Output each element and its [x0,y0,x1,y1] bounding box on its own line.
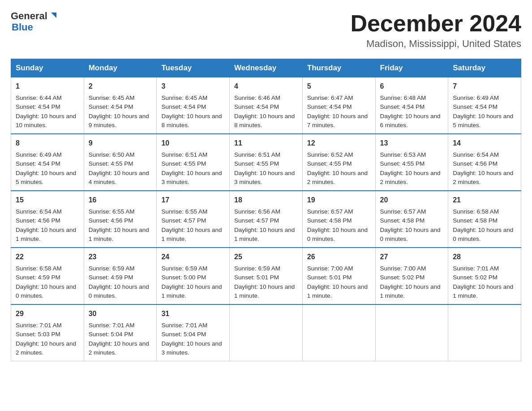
page-header: General Blue December 2024 Madison, Miss… [11,11,521,50]
day-info: Sunrise: 6:55 AMSunset: 4:57 PMDaylight:… [161,208,222,242]
title-section: December 2024 Madison, Mississippi, Unit… [350,11,521,50]
weekday-header-wednesday: Wednesday [230,59,303,77]
day-info: Sunrise: 6:49 AMSunset: 4:54 PMDaylight:… [16,151,76,185]
day-number: 22 [16,252,79,262]
calendar-day-cell: 23Sunrise: 6:59 AMSunset: 4:59 PMDayligh… [84,248,157,304]
day-number: 7 [453,81,516,92]
calendar-day-cell: 25Sunrise: 6:59 AMSunset: 5:01 PMDayligh… [230,248,303,304]
day-number: 20 [380,195,444,206]
calendar-table: SundayMondayTuesdayWednesdayThursdayFrid… [11,59,521,361]
calendar-day-cell [302,304,375,361]
day-number: 14 [453,138,516,149]
day-info: Sunrise: 7:00 AMSunset: 5:01 PMDaylight:… [307,265,368,299]
calendar-day-cell: 15Sunrise: 6:54 AMSunset: 4:56 PMDayligh… [11,191,84,248]
day-info: Sunrise: 6:58 AMSunset: 4:58 PMDaylight:… [453,208,513,242]
day-info: Sunrise: 6:51 AMSunset: 4:55 PMDaylight:… [234,151,295,185]
calendar-day-cell: 17Sunrise: 6:55 AMSunset: 4:57 PMDayligh… [157,191,230,248]
day-info: Sunrise: 6:49 AMSunset: 4:54 PMDaylight:… [453,94,513,128]
svg-marker-0 [51,13,56,18]
day-info: Sunrise: 6:59 AMSunset: 5:00 PMDaylight:… [161,265,222,299]
day-number: 2 [89,81,152,92]
calendar-day-cell [375,304,448,361]
logo-general: General [11,11,47,21]
day-number: 24 [161,252,225,262]
calendar-day-cell: 4Sunrise: 6:46 AMSunset: 4:54 PMDaylight… [230,77,303,134]
day-number: 5 [307,81,371,92]
calendar-week-row: 8Sunrise: 6:49 AMSunset: 4:54 PMDaylight… [11,134,521,191]
day-info: Sunrise: 7:00 AMSunset: 5:02 PMDaylight:… [380,265,441,299]
day-info: Sunrise: 6:51 AMSunset: 4:55 PMDaylight:… [161,151,222,185]
weekday-header-friday: Friday [375,59,448,77]
calendar-day-cell: 11Sunrise: 6:51 AMSunset: 4:55 PMDayligh… [230,134,303,191]
day-number: 23 [89,252,152,262]
day-number: 30 [89,308,152,319]
calendar-day-cell: 2Sunrise: 6:45 AMSunset: 4:54 PMDaylight… [84,77,157,134]
day-number: 16 [89,195,152,206]
calendar-day-cell: 8Sunrise: 6:49 AMSunset: 4:54 PMDaylight… [11,134,84,191]
calendar-day-cell: 30Sunrise: 7:01 AMSunset: 5:04 PMDayligh… [84,304,157,361]
weekday-header-tuesday: Tuesday [157,59,230,77]
calendar-day-cell: 19Sunrise: 6:57 AMSunset: 4:58 PMDayligh… [302,191,375,248]
calendar-day-cell: 28Sunrise: 7:01 AMSunset: 5:02 PMDayligh… [448,248,521,304]
day-info: Sunrise: 6:46 AMSunset: 4:54 PMDaylight:… [234,94,295,128]
day-info: Sunrise: 6:55 AMSunset: 4:56 PMDaylight:… [89,208,149,242]
weekday-header-sunday: Sunday [11,59,84,77]
location-subtitle: Madison, Mississippi, United States [350,38,521,50]
day-number: 21 [453,195,516,206]
day-number: 15 [16,195,79,206]
day-info: Sunrise: 6:47 AMSunset: 4:54 PMDaylight:… [307,94,368,128]
day-info: Sunrise: 6:56 AMSunset: 4:57 PMDaylight:… [234,208,295,242]
day-info: Sunrise: 7:01 AMSunset: 5:02 PMDaylight:… [453,265,513,299]
day-number: 29 [16,308,79,319]
calendar-day-cell: 3Sunrise: 6:45 AMSunset: 4:54 PMDaylight… [157,77,230,134]
calendar-week-row: 22Sunrise: 6:58 AMSunset: 4:59 PMDayligh… [11,248,521,304]
day-number: 1 [16,81,79,92]
day-number: 11 [234,138,298,149]
day-info: Sunrise: 6:57 AMSunset: 4:58 PMDaylight:… [307,208,368,242]
day-number: 6 [380,81,444,92]
day-number: 17 [161,195,225,206]
logo-blue: Blue [12,21,33,33]
weekday-header-thursday: Thursday [302,59,375,77]
day-info: Sunrise: 6:50 AMSunset: 4:55 PMDaylight:… [89,151,149,185]
calendar-day-cell: 9Sunrise: 6:50 AMSunset: 4:55 PMDaylight… [84,134,157,191]
day-info: Sunrise: 6:44 AMSunset: 4:54 PMDaylight:… [16,94,76,128]
calendar-week-row: 15Sunrise: 6:54 AMSunset: 4:56 PMDayligh… [11,191,521,248]
calendar-day-cell: 24Sunrise: 6:59 AMSunset: 5:00 PMDayligh… [157,248,230,304]
calendar-day-cell: 5Sunrise: 6:47 AMSunset: 4:54 PMDaylight… [302,77,375,134]
weekday-header-monday: Monday [84,59,157,77]
calendar-day-cell: 31Sunrise: 7:01 AMSunset: 5:04 PMDayligh… [157,304,230,361]
day-number: 13 [380,138,444,149]
day-info: Sunrise: 6:59 AMSunset: 4:59 PMDaylight:… [89,265,149,299]
day-info: Sunrise: 6:52 AMSunset: 4:55 PMDaylight:… [307,151,368,185]
calendar-day-cell: 18Sunrise: 6:56 AMSunset: 4:57 PMDayligh… [230,191,303,248]
calendar-week-row: 1Sunrise: 6:44 AMSunset: 4:54 PMDaylight… [11,77,521,134]
day-number: 12 [307,138,371,149]
day-number: 4 [234,81,298,92]
calendar-day-cell: 21Sunrise: 6:58 AMSunset: 4:58 PMDayligh… [448,191,521,248]
day-info: Sunrise: 7:01 AMSunset: 5:03 PMDaylight:… [16,322,76,356]
day-number: 10 [161,138,225,149]
day-number: 8 [16,138,79,149]
calendar-day-cell: 27Sunrise: 7:00 AMSunset: 5:02 PMDayligh… [375,248,448,304]
logo-arrow-icon [48,11,58,21]
day-info: Sunrise: 6:45 AMSunset: 4:54 PMDaylight:… [161,94,222,128]
calendar-day-cell: 16Sunrise: 6:55 AMSunset: 4:56 PMDayligh… [84,191,157,248]
calendar-day-cell: 14Sunrise: 6:54 AMSunset: 4:56 PMDayligh… [448,134,521,191]
day-number: 25 [234,252,298,262]
day-number: 9 [89,138,152,149]
calendar-day-cell: 10Sunrise: 6:51 AMSunset: 4:55 PMDayligh… [157,134,230,191]
month-title: December 2024 [350,11,521,36]
day-number: 18 [234,195,298,206]
calendar-day-cell: 29Sunrise: 7:01 AMSunset: 5:03 PMDayligh… [11,304,84,361]
calendar-day-cell: 26Sunrise: 7:00 AMSunset: 5:01 PMDayligh… [302,248,375,304]
calendar-day-cell: 20Sunrise: 6:57 AMSunset: 4:58 PMDayligh… [375,191,448,248]
weekday-header-row: SundayMondayTuesdayWednesdayThursdayFrid… [11,59,521,77]
day-info: Sunrise: 6:58 AMSunset: 4:59 PMDaylight:… [16,265,76,299]
day-info: Sunrise: 6:57 AMSunset: 4:58 PMDaylight:… [380,208,441,242]
calendar-day-cell [448,304,521,361]
day-number: 28 [453,252,516,262]
day-info: Sunrise: 7:01 AMSunset: 5:04 PMDaylight:… [89,322,149,356]
calendar-day-cell: 1Sunrise: 6:44 AMSunset: 4:54 PMDaylight… [11,77,84,134]
day-info: Sunrise: 6:53 AMSunset: 4:55 PMDaylight:… [380,151,441,185]
